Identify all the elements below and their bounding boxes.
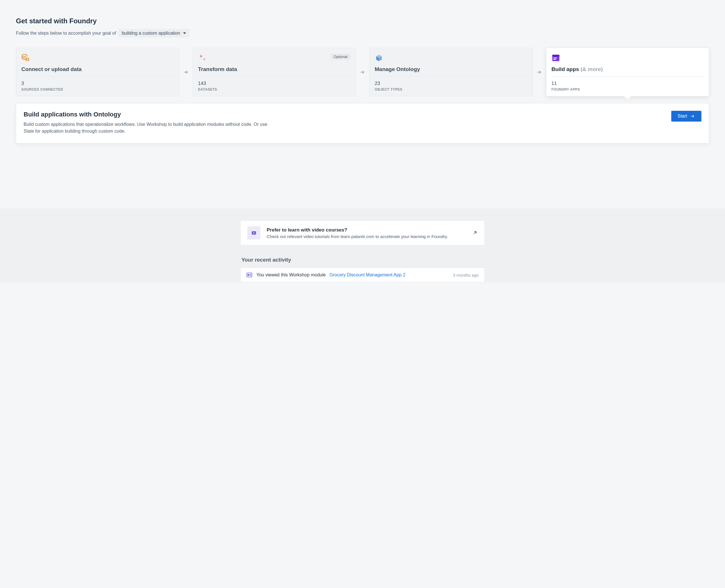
step-title-main: Build apps: [551, 66, 579, 72]
arrow-icon: [179, 48, 193, 96]
step-card-transform[interactable]: Optional Transform data 143 DATASETS: [193, 48, 356, 96]
optional-badge: Optional: [331, 54, 350, 60]
svg-rect-8: [248, 274, 249, 276]
step-card-build-apps[interactable]: Build apps (& more) 11 FOUNDRY APPS: [546, 48, 709, 96]
step-count: 143: [198, 81, 350, 86]
video-courses-card[interactable]: Prefer to learn with video courses? Chec…: [240, 220, 485, 246]
activity-link[interactable]: Grocery Discount Management App 2: [329, 272, 405, 277]
step-count-label: FOUNDRY APPS: [551, 87, 704, 91]
step-detail-panel: Build applications with Ontology Build c…: [16, 103, 709, 144]
goal-select[interactable]: building a custom application: [118, 29, 189, 38]
step-title-suffix: (& more): [581, 66, 603, 72]
svg-point-0: [22, 55, 27, 57]
step-count: 11: [551, 81, 704, 86]
activity-timestamp: 3 months ago: [453, 273, 479, 277]
step-count-label: SOURCES CONNECTED: [21, 87, 174, 91]
start-button[interactable]: Start: [671, 111, 701, 122]
app-window-icon: [551, 54, 560, 62]
step-title: Transform data: [198, 66, 350, 77]
step-card-ontology[interactable]: Manage Ontology 23 OBJECT TYPES: [369, 48, 532, 96]
database-bolt-icon: [21, 54, 30, 62]
steps-row: Connect or upload data 3 SOURCES CONNECT…: [16, 48, 709, 96]
arrow-icon: [356, 48, 369, 96]
page-title: Get started with Foundry: [16, 17, 709, 25]
video-play-icon: [247, 226, 260, 239]
arrow-icon: [532, 48, 546, 96]
start-button-label: Start: [678, 113, 687, 119]
step-count-label: DATASETS: [198, 87, 350, 91]
goal-selected-value: building a custom application: [122, 31, 180, 36]
video-card-title: Prefer to learn with video courses?: [267, 227, 466, 233]
video-card-description: Check out relevant video tutorials from …: [267, 234, 466, 239]
caret-down-icon: [183, 33, 186, 34]
step-title: Connect or upload data: [21, 66, 174, 77]
svg-rect-5: [553, 59, 556, 60]
external-link-icon: [472, 230, 478, 236]
step-title: Manage Ontology: [375, 66, 527, 77]
svg-rect-3: [552, 55, 559, 57]
step-title: Build apps (& more): [551, 66, 704, 77]
step-count: 23: [375, 81, 527, 86]
sparkle-icon: [198, 54, 207, 62]
goal-subtitle-row: Follow the steps below to accomplish you…: [16, 29, 709, 38]
step-count-label: OBJECT TYPES: [375, 87, 527, 91]
svg-rect-7: [247, 273, 252, 277]
svg-rect-10: [249, 275, 251, 276]
activity-prefix: You viewed this Workshop module: [257, 272, 326, 277]
detail-description: Build custom applications that operation…: [24, 121, 268, 135]
subtitle-prefix: Follow the steps below to accomplish you…: [16, 31, 116, 36]
workshop-module-icon: [246, 272, 253, 278]
activity-row[interactable]: You viewed this Workshop module Grocery …: [240, 268, 485, 282]
step-count: 3: [21, 81, 174, 86]
svg-rect-4: [553, 58, 557, 59]
activity-text: You viewed this Workshop module Grocery …: [257, 272, 449, 277]
detail-title: Build applications with Ontology: [24, 111, 268, 118]
cube-icon: [375, 54, 383, 62]
arrow-right-icon: [690, 113, 695, 119]
svg-rect-9: [249, 274, 251, 275]
recent-activity-heading: Your recent activity: [241, 257, 485, 263]
step-card-connect[interactable]: Connect or upload data 3 SOURCES CONNECT…: [16, 48, 179, 96]
